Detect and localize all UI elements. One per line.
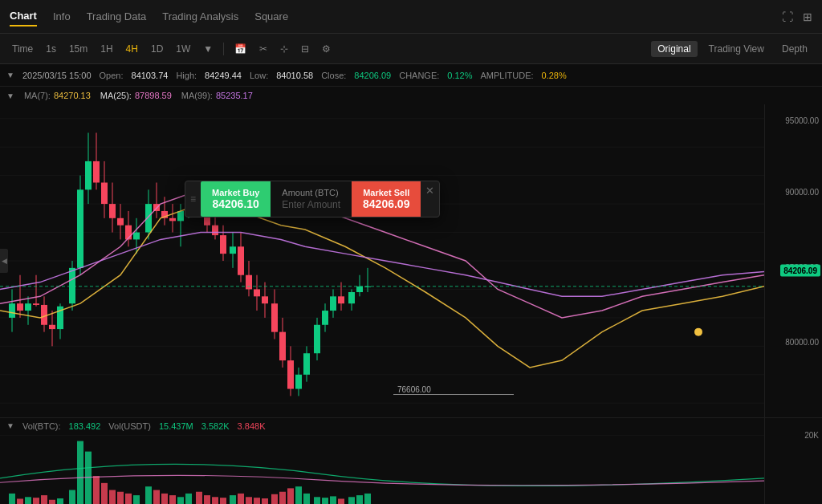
interval-15m[interactable]: 15m bbox=[65, 41, 92, 57]
interval-4h[interactable]: 4H bbox=[122, 41, 142, 57]
layers-icon[interactable]: ⊟ bbox=[297, 41, 313, 57]
close-label: Close: bbox=[321, 71, 346, 80]
scissors-icon[interactable]: ✂ bbox=[255, 41, 271, 57]
svg-rect-121 bbox=[169, 495, 176, 504]
svg-rect-34 bbox=[101, 183, 108, 205]
interval-1d[interactable]: 1D bbox=[147, 41, 167, 57]
svg-rect-112 bbox=[93, 476, 100, 504]
svg-rect-68 bbox=[246, 275, 252, 290]
svg-rect-102 bbox=[9, 494, 15, 504]
svg-rect-138 bbox=[314, 497, 320, 504]
ma99-item: MA(99): 85235.17 bbox=[181, 91, 253, 100]
svg-rect-123 bbox=[185, 494, 192, 504]
change-label: CHANGE: bbox=[399, 71, 439, 80]
ma7-item: MA(7): 84270.13 bbox=[24, 91, 91, 100]
chart-type-original[interactable]: Original bbox=[651, 41, 697, 57]
amount-input-area: Amount (BTC) Enter Amount bbox=[271, 181, 352, 217]
svg-rect-50 bbox=[169, 218, 176, 222]
svg-rect-42 bbox=[133, 233, 140, 240]
svg-rect-134 bbox=[279, 492, 286, 504]
interval-1w[interactable]: 1W bbox=[172, 41, 194, 57]
ma25-prefix: MA(25): bbox=[100, 91, 132, 100]
svg-rect-139 bbox=[322, 498, 328, 504]
svg-rect-84 bbox=[314, 325, 320, 353]
svg-rect-76 bbox=[279, 332, 286, 360]
svg-rect-94 bbox=[356, 287, 363, 292]
ma25-item: MA(25): 87898.59 bbox=[100, 91, 172, 100]
svg-rect-22 bbox=[49, 325, 55, 329]
interval-1h[interactable]: 1H bbox=[96, 41, 116, 57]
svg-rect-92 bbox=[348, 292, 355, 303]
svg-rect-32 bbox=[93, 161, 100, 183]
vol-usdt-label: Vol(USDT) bbox=[108, 421, 151, 431]
svg-rect-113 bbox=[101, 483, 108, 504]
svg-rect-135 bbox=[287, 488, 294, 504]
svg-point-100 bbox=[694, 328, 702, 336]
interval-dropdown[interactable]: ▼ bbox=[199, 41, 217, 57]
svg-rect-136 bbox=[295, 486, 302, 504]
toolbar-divider-1 bbox=[223, 43, 224, 55]
svg-rect-124 bbox=[196, 492, 202, 504]
info-bar-arrow: ▼ bbox=[6, 71, 14, 79]
expand-icon[interactable]: ⛶ bbox=[782, 10, 793, 23]
chart-type-trading-view[interactable]: Trading View bbox=[702, 41, 771, 57]
nav-chart[interactable]: Chart bbox=[10, 6, 37, 26]
market-sell-button[interactable]: Market Sell 84206.09 bbox=[352, 181, 421, 217]
nav-square[interactable]: Square bbox=[254, 7, 288, 26]
svg-rect-86 bbox=[322, 311, 328, 325]
svg-rect-118 bbox=[145, 486, 152, 504]
nav-info[interactable]: Info bbox=[53, 7, 71, 26]
svg-rect-60 bbox=[212, 226, 218, 235]
market-buy-button[interactable]: Market Buy 84206.10 bbox=[201, 181, 271, 217]
volume-area: ▼ Vol(BTC): 183.492 Vol(USDT) 15.437M 3.… bbox=[0, 417, 822, 504]
svg-rect-109 bbox=[69, 490, 75, 504]
volume-info-bar: ▼ Vol(BTC): 183.492 Vol(USDT) 15.437M 3.… bbox=[6, 421, 265, 431]
nav-trading-analysis[interactable]: Trading Analysis bbox=[162, 7, 238, 26]
ma7-value: 84270.13 bbox=[54, 91, 91, 100]
vol-usdt-value: 15.437M bbox=[159, 421, 193, 431]
popup-close-button[interactable]: ✕ bbox=[421, 181, 439, 217]
crosshair-icon[interactable]: ⊹ bbox=[276, 41, 292, 57]
open-label: Open: bbox=[100, 71, 124, 80]
svg-rect-132 bbox=[262, 498, 268, 504]
interval-1s[interactable]: 1s bbox=[42, 41, 60, 57]
chart-toolbar: Time 1s 15m 1H 4H 1D 1W ▼ 📅 ✂ ⊹ ⊟ ⚙ Orig… bbox=[0, 34, 822, 64]
candlestick-chart[interactable]: 76606.00 ≡ Market Buy 84206.10 Amount (B… bbox=[0, 104, 764, 417]
svg-rect-52 bbox=[177, 211, 184, 221]
grid-icon[interactable]: ⊞ bbox=[803, 10, 812, 23]
chart-type-depth[interactable]: Depth bbox=[775, 41, 814, 57]
svg-rect-38 bbox=[117, 218, 124, 226]
svg-rect-66 bbox=[238, 246, 244, 274]
gear-icon[interactable]: ⚙ bbox=[318, 41, 335, 57]
svg-rect-119 bbox=[153, 490, 160, 504]
svg-rect-62 bbox=[220, 235, 226, 254]
chart-info-bar: ▼ 2025/03/15 15:00 Open: 84103.74 High: … bbox=[0, 64, 822, 87]
svg-rect-80 bbox=[295, 375, 302, 389]
popup-drag-handle[interactable]: ≡ bbox=[185, 181, 201, 217]
svg-rect-26 bbox=[69, 268, 75, 303]
nav-trading-data[interactable]: Trading Data bbox=[87, 7, 147, 26]
svg-rect-126 bbox=[212, 497, 218, 504]
volume-chart[interactable]: ▼ Vol(BTC): 183.492 Vol(USDT) 15.437M 3.… bbox=[0, 418, 764, 504]
svg-rect-28 bbox=[77, 189, 83, 268]
svg-rect-74 bbox=[271, 303, 278, 331]
svg-rect-106 bbox=[41, 495, 47, 504]
vol-val4: 3.848K bbox=[238, 421, 266, 431]
svg-rect-72 bbox=[262, 296, 268, 303]
svg-rect-129 bbox=[238, 494, 244, 504]
svg-rect-14 bbox=[17, 303, 23, 311]
low-value: 84010.58 bbox=[276, 71, 313, 80]
svg-rect-120 bbox=[161, 494, 168, 504]
svg-rect-78 bbox=[287, 360, 294, 388]
close-value: 84206.09 bbox=[354, 71, 391, 80]
svg-rect-82 bbox=[303, 353, 310, 375]
svg-rect-115 bbox=[117, 492, 124, 504]
svg-rect-142 bbox=[348, 497, 355, 504]
svg-rect-70 bbox=[254, 289, 260, 296]
ma7-label: MA(7): bbox=[24, 91, 51, 100]
calendar-icon[interactable]: 📅 bbox=[230, 41, 250, 57]
amount-value[interactable]: Enter Amount bbox=[282, 199, 340, 210]
left-panel-toggle[interactable]: ◀ bbox=[0, 249, 8, 273]
svg-rect-114 bbox=[109, 490, 116, 504]
svg-rect-107 bbox=[49, 500, 55, 504]
